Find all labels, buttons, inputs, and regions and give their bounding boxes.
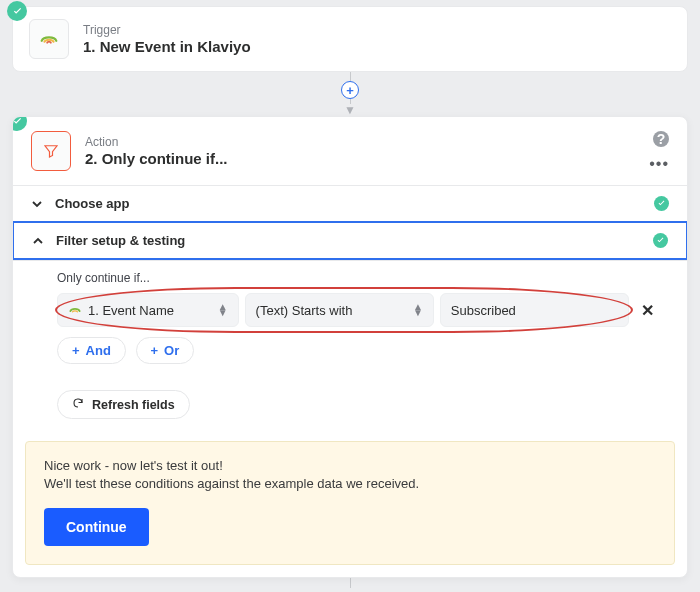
filter-section-body: Only continue if... 1. Event Name ▲▼ (Te… bbox=[13, 260, 687, 431]
sort-icon: ▲▼ bbox=[218, 304, 228, 316]
section-choose-app[interactable]: Choose app bbox=[13, 185, 687, 221]
sort-icon: ▲▼ bbox=[413, 304, 423, 316]
condition-value: Subscribed bbox=[451, 303, 618, 318]
or-label: Or bbox=[164, 343, 179, 358]
condition-operator-select[interactable]: (Text) Starts with ▲▼ bbox=[245, 293, 434, 327]
section-filter-setup[interactable]: Filter setup & testing bbox=[12, 221, 688, 260]
test-panel: Nice work - now let's test it out! We'll… bbox=[25, 441, 675, 565]
refresh-fields-button[interactable]: Refresh fields bbox=[57, 390, 190, 419]
logic-buttons-row: + And + Or bbox=[57, 337, 659, 364]
klaviyo-icon bbox=[68, 303, 82, 317]
trigger-type-label: Trigger bbox=[83, 23, 251, 37]
chevron-up-icon bbox=[32, 235, 44, 247]
condition-operator-value: (Text) Starts with bbox=[256, 303, 407, 318]
action-header: Action 2. Only continue if... ? ••• bbox=[13, 117, 687, 185]
plus-icon: + bbox=[72, 343, 80, 358]
test-line-2: We'll test these conditions against the … bbox=[44, 476, 656, 491]
checkmark-icon bbox=[654, 196, 669, 211]
condition-field-select[interactable]: 1. Event Name ▲▼ bbox=[57, 293, 239, 327]
test-line-1: Nice work - now let's test it out! bbox=[44, 458, 656, 473]
checkmark-icon bbox=[7, 1, 27, 21]
section-filter-setup-label: Filter setup & testing bbox=[56, 233, 185, 248]
trigger-step-card[interactable]: Trigger 1. New Event in Klaviyo bbox=[12, 6, 688, 72]
refresh-icon bbox=[72, 397, 84, 412]
continue-button[interactable]: Continue bbox=[44, 508, 149, 546]
action-step-card: Action 2. Only continue if... ? ••• Choo… bbox=[12, 116, 688, 578]
chevron-down-icon bbox=[31, 198, 43, 210]
klaviyo-app-icon bbox=[29, 19, 69, 59]
remove-condition-button[interactable]: ✕ bbox=[635, 298, 659, 322]
condition-row: 1. Event Name ▲▼ (Text) Starts with ▲▼ S… bbox=[57, 293, 659, 327]
add-step-button[interactable]: + bbox=[341, 81, 359, 99]
step-connector-tail bbox=[350, 578, 351, 588]
step-connector: + ▼ bbox=[0, 72, 700, 116]
more-menu-icon[interactable]: ••• bbox=[649, 155, 669, 173]
checkmark-icon bbox=[653, 233, 668, 248]
and-label: And bbox=[86, 343, 111, 358]
filter-prompt-label: Only continue if... bbox=[57, 271, 659, 285]
section-choose-app-label: Choose app bbox=[55, 196, 129, 211]
plus-icon: + bbox=[151, 343, 159, 358]
action-title: 2. Only continue if... bbox=[85, 150, 228, 167]
add-and-button[interactable]: + And bbox=[57, 337, 126, 364]
condition-value-input[interactable]: Subscribed bbox=[440, 293, 629, 327]
trigger-title: 1. New Event in Klaviyo bbox=[83, 38, 251, 55]
filter-app-icon bbox=[31, 131, 71, 171]
add-or-button[interactable]: + Or bbox=[136, 337, 195, 364]
condition-field-value: 1. Event Name bbox=[88, 303, 212, 318]
help-icon[interactable]: ? bbox=[653, 131, 669, 147]
arrow-down-icon: ▼ bbox=[344, 104, 356, 116]
refresh-fields-label: Refresh fields bbox=[92, 398, 175, 412]
action-type-label: Action bbox=[85, 135, 228, 149]
